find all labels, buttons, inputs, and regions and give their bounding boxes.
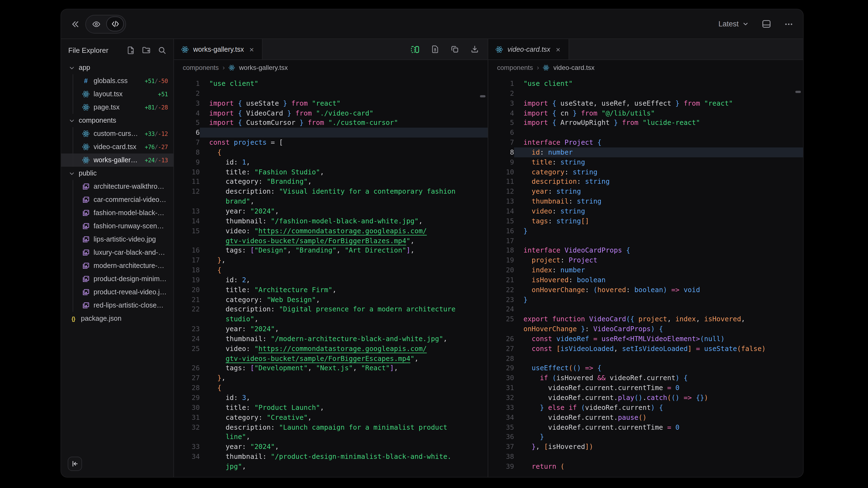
code-line[interactable]: 7interface Project {: [488, 137, 803, 148]
code-line[interactable]: 4import { VideoCard } from "./video-card…: [174, 108, 488, 118]
code-line[interactable]: 39 return (: [488, 462, 803, 471]
code-line[interactable]: 9 title: string: [488, 157, 803, 167]
code-line[interactable]: 31 category: "Creative",: [174, 412, 488, 422]
folder-row-public[interactable]: public: [61, 167, 174, 180]
file-row[interactable]: video-card.tsx+76/-27: [61, 140, 174, 154]
layout-panel-button[interactable]: [762, 19, 771, 29]
code-line[interactable]: 35 videoRef.current.currentTime = 0: [488, 422, 803, 432]
file-row[interactable]: architecture-walkthro…: [61, 180, 174, 193]
new-file-button[interactable]: [127, 46, 135, 55]
breadcrumb-folder[interactable]: components: [183, 64, 219, 71]
code-line[interactable]: 33 } else if (videoRef.current) {: [488, 403, 803, 413]
code-line[interactable]: 20 title: "Architecture Firm",: [174, 285, 488, 295]
code-line[interactable]: onHoverChange }: VideoCardProps) {: [488, 324, 803, 334]
file-row[interactable]: lips-artistic-video.jpg: [61, 233, 174, 246]
file-row[interactable]: fashion-runway-scen…: [61, 220, 174, 233]
code-line[interactable]: 11 description: string: [488, 177, 803, 187]
code-line[interactable]: studio",: [174, 315, 488, 324]
code-line[interactable]: 24: [488, 304, 803, 315]
code-line[interactable]: 8 id: number: [488, 148, 803, 157]
scrollbar-thumb[interactable]: [795, 91, 801, 93]
folder-row-components[interactable]: components: [61, 114, 174, 127]
file-row[interactable]: page.tsx+81/-28: [61, 101, 174, 114]
code-line[interactable]: 28: [488, 354, 803, 363]
download-file-button[interactable]: [471, 45, 479, 53]
file-row[interactable]: layout.tsx+51: [61, 88, 174, 101]
file-row[interactable]: fashion-model-black-…: [61, 206, 174, 220]
code-line[interactable]: 25export function VideoCard({ project, i…: [488, 315, 803, 324]
code-line[interactable]: 6: [174, 128, 488, 137]
code-editor-works-gallery[interactable]: 1"use client"23import { useState } from …: [174, 75, 488, 478]
code-line[interactable]: 19 project: Project: [488, 255, 803, 265]
file-row[interactable]: works-galler…+24/-13: [61, 154, 174, 167]
code-line[interactable]: 33 year: "2024",: [174, 442, 488, 452]
code-line[interactable]: 7const projects = [: [174, 137, 488, 148]
tab-video-card[interactable]: video-card.tsx ×: [488, 39, 569, 59]
file-row[interactable]: car-commercial-video…: [61, 193, 174, 206]
file-row[interactable]: product-design-minim…: [61, 272, 174, 286]
file-row[interactable]: #globals.css+51/-50: [61, 74, 174, 88]
code-line[interactable]: 11 category: "Branding",: [174, 177, 488, 187]
code-toggle-button[interactable]: [106, 17, 124, 31]
code-line[interactable]: 12 description: "Visual identity for a c…: [174, 187, 488, 197]
code-line[interactable]: 19 id: 2,: [174, 275, 488, 285]
code-line[interactable]: 9 id: 1,: [174, 157, 488, 167]
code-editor-video-card[interactable]: 1"use client"23import { useState, useRef…: [488, 75, 803, 478]
code-line[interactable]: 21 isHovered: boolean: [488, 275, 803, 285]
code-line[interactable]: 8 {: [174, 148, 488, 157]
code-line[interactable]: 27 },: [174, 373, 488, 383]
code-line[interactable]: 5import { CustomCursor } from "./custom-…: [174, 118, 488, 128]
code-line[interactable]: 38: [488, 452, 803, 462]
code-line[interactable]: 24 thumbnail: "/modern-architecture-blac…: [174, 334, 488, 344]
code-line[interactable]: 16}: [488, 226, 803, 236]
code-line[interactable]: gtv-videos-bucket/sample/ForBiggerBlazes…: [174, 236, 488, 246]
code-line[interactable]: 21 category: "Web Design",: [174, 295, 488, 304]
code-line[interactable]: 6: [488, 128, 803, 137]
file-row[interactable]: luxury-car-black-and-…: [61, 246, 174, 259]
preview-toggle-button[interactable]: [88, 17, 105, 31]
code-line[interactable]: 2: [174, 89, 488, 98]
code-line[interactable]: 17: [488, 236, 803, 246]
file-row[interactable]: modern-architecture-…: [61, 259, 174, 272]
code-line[interactable]: 23}: [488, 295, 803, 304]
version-selector[interactable]: Latest: [718, 20, 749, 28]
folder-row-app[interactable]: app: [61, 61, 174, 74]
code-line[interactable]: 37 }, [isHovered]): [488, 442, 803, 452]
code-line[interactable]: 1"use client": [488, 79, 803, 89]
code-line[interactable]: jpg",: [174, 462, 488, 471]
code-line[interactable]: 4import { cn } from "@/lib/utils": [488, 108, 803, 118]
code-line[interactable]: 3import { useState } from "react": [174, 98, 488, 108]
code-line[interactable]: 25 video: "https://commondatastorage.goo…: [174, 344, 488, 354]
scrollbar-thumb[interactable]: [480, 95, 486, 97]
code-line[interactable]: gtv-videos-bucket/sample/ForBiggerEscape…: [174, 354, 488, 363]
code-line[interactable]: 27 const [isVideoLoaded, setIsVideoLoade…: [488, 344, 803, 354]
code-line[interactable]: 10 category: string: [488, 167, 803, 177]
collapse-chat-button[interactable]: [71, 20, 80, 28]
code-line[interactable]: 15 video: "https://commondatastorage.goo…: [174, 226, 488, 236]
code-line[interactable]: 20 index: number: [488, 265, 803, 275]
code-line[interactable]: 29 useEffect(() => {: [488, 363, 803, 373]
code-line[interactable]: 13 year: "2024",: [174, 206, 488, 216]
file-row[interactable]: red-lips-artistic-close…: [61, 299, 174, 312]
code-line[interactable]: 23 year: "2024",: [174, 324, 488, 334]
code-line[interactable]: 14 video: string: [488, 206, 803, 216]
code-line[interactable]: 28 {: [174, 383, 488, 393]
code-line[interactable]: 12 year: string: [488, 187, 803, 197]
close-tab-button[interactable]: ×: [555, 44, 561, 54]
code-line[interactable]: 30 title: "Product Launch",: [174, 403, 488, 413]
code-line[interactable]: 34 videoRef.current.pause(): [488, 412, 803, 422]
code-line[interactable]: 34 thumbnail: "/product-design-minimalis…: [174, 452, 488, 462]
file-row[interactable]: {}package.json: [61, 312, 174, 325]
code-line[interactable]: 17 },: [174, 255, 488, 265]
close-tab-button[interactable]: ×: [248, 44, 255, 54]
file-row[interactable]: product-reveal-video.j…: [61, 286, 174, 299]
new-folder-button[interactable]: [142, 46, 151, 55]
code-line[interactable]: 2: [488, 89, 803, 98]
code-line[interactable]: 26 tags: ["Development", "Next.js", "Rea…: [174, 363, 488, 373]
search-files-button[interactable]: [158, 46, 166, 55]
split-view-button[interactable]: [411, 45, 420, 54]
code-line[interactable]: 31 videoRef.current.currentTime = 0: [488, 383, 803, 393]
code-line[interactable]: line",: [174, 432, 488, 442]
code-line[interactable]: 13 thumbnail: string: [488, 196, 803, 206]
code-line[interactable]: brand",: [174, 196, 488, 206]
